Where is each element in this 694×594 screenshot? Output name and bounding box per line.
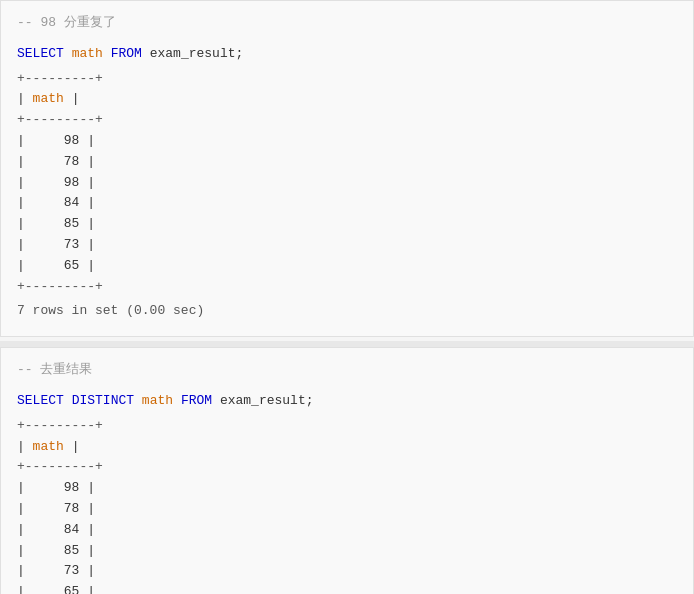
table-row: | 65 | [17,582,677,594]
sql-statement-1: SELECT math FROM exam_result; [17,44,677,65]
space-1 [64,46,72,61]
page-container: -- 98 分重复了 SELECT math FROM exam_result;… [0,0,694,594]
header-math-2: math [33,439,64,454]
space-5 [134,393,142,408]
table-bottom-1: +---------+ [17,277,677,298]
space-6 [173,393,181,408]
identifier-math-2: math [142,393,173,408]
table-sep-1: +---------+ [17,110,677,131]
table-row: | 84 | [17,193,677,214]
sql-statement-2: SELECT DISTINCT math FROM exam_result; [17,391,677,412]
comment-1: -- 98 分重复了 [17,13,677,34]
table-row: | 98 | [17,173,677,194]
section-duplicate: -- 98 分重复了 SELECT math FROM exam_result;… [0,0,694,337]
table-row: | 73 | [17,235,677,256]
table-sep-2: +---------+ [17,457,677,478]
table-row: | 84 | [17,520,677,541]
table-row: | 98 | [17,131,677,152]
keyword-from-2: FROM [181,393,212,408]
table-header-1: | math | [17,89,677,110]
space-3: exam_result; [142,46,243,61]
section-distinct: -- 去重结果 SELECT DISTINCT math FROM exam_r… [0,347,694,594]
result-info-1: 7 rows in set (0.00 sec) [17,301,677,322]
table-row: | 85 | [17,541,677,562]
code-block-2: -- 去重结果 SELECT DISTINCT math FROM exam_r… [17,360,677,594]
keyword-select-1: SELECT [17,46,64,61]
table-top-2: +---------+ [17,416,677,437]
table-row: | 73 | [17,561,677,582]
table-top-1: +---------+ [17,69,677,90]
space-4 [64,393,72,408]
keyword-distinct: DISTINCT [72,393,134,408]
identifier-math-1: math [72,46,103,61]
comment-2: -- 去重结果 [17,360,677,381]
keyword-from-1: FROM [111,46,142,61]
space-2 [103,46,111,61]
space-7: exam_result; [212,393,313,408]
table-row: | 98 | [17,478,677,499]
table-row: | 85 | [17,214,677,235]
code-block-1: -- 98 分重复了 SELECT math FROM exam_result;… [17,13,677,322]
table-row: | 78 | [17,499,677,520]
keyword-select-2: SELECT [17,393,64,408]
table-header-2: | math | [17,437,677,458]
table-row: | 78 | [17,152,677,173]
header-math-1: math [33,91,64,106]
table-row: | 65 | [17,256,677,277]
